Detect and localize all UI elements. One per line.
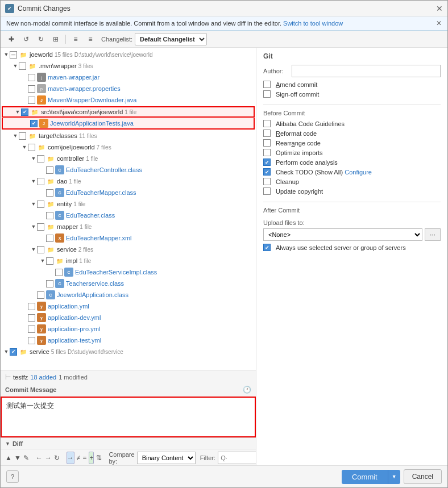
tree-target-classes[interactable]: ▼ 📁 target\classes 11 files	[1, 130, 256, 141]
checkbox-dao[interactable]	[37, 178, 44, 185]
tree-src-test[interactable]: ▼ ✔ 📁 src\test\java\com\joe\joeworld 1 f…	[2, 106, 255, 118]
checkbox-jar[interactable]	[28, 74, 35, 81]
upload-dropdown[interactable]: <None>	[263, 228, 422, 241]
tree-maven-wrapper-props[interactable]: p maven-wrapper.properties	[1, 83, 256, 94]
checkbox-entity-class[interactable]	[46, 212, 53, 219]
tree-maven-wrapper-jar[interactable]: j maven-wrapper.jar	[1, 72, 256, 83]
checkbox-entity[interactable]	[37, 201, 44, 208]
checkbox-impl-class[interactable]	[55, 269, 63, 276]
checkbox-src-test[interactable]: ✔	[21, 109, 28, 116]
tree-dao[interactable]: ▼ 📁 dao 1 file	[1, 176, 256, 187]
update-copyright-checkbox[interactable]	[263, 187, 271, 195]
diff-edit-button[interactable]: ✎	[23, 452, 29, 464]
diff-header[interactable]: ▼ Diff	[1, 437, 256, 449]
tree-app-dev-yml[interactable]: y application-dev.yml	[1, 312, 256, 323]
info-bar-close-button[interactable]: ✕	[436, 19, 442, 27]
tree-app-pro-yml[interactable]: y application-pro.yml	[1, 323, 256, 335]
group-button[interactable]: ⊞	[49, 33, 62, 45]
checkbox-service-root[interactable]: ✔	[10, 348, 17, 356]
checkbox-comtroller[interactable]	[37, 155, 44, 162]
always-use-checkbox[interactable]: ✔	[263, 244, 271, 251]
tree-service-root[interactable]: ▼ ✔ 📁 service 5 files D:\study\world\ser…	[1, 346, 256, 357]
checkbox-target[interactable]	[19, 132, 26, 140]
commit-message-input[interactable]: 测试第一次提交 <span style="color:red">这里写备注</s…	[2, 398, 255, 435]
tree-app-test-yml[interactable]: y application-test.yml	[1, 335, 256, 346]
checkbox-pro-yml[interactable]	[28, 326, 35, 333]
diff-eq-button[interactable]: =	[82, 452, 86, 464]
tree-service-folder[interactable]: ▼ 📁 service 2 files	[1, 244, 256, 255]
tree-root-joeworld[interactable]: ▼ ─ 📁 joeworld 15 files D:\study\world\s…	[1, 49, 256, 60]
refresh-button[interactable]: ↻	[35, 33, 47, 45]
undo-button[interactable]: ↺	[20, 33, 32, 45]
changelist-dropdown[interactable]: Default Changelist	[135, 33, 207, 45]
tree-com-joe[interactable]: ▼ 📁 com\joe\joeworld 7 files	[1, 141, 256, 153]
checkbox-app[interactable]	[37, 291, 44, 299]
tree-comtroller[interactable]: ▼ 📁 comtroller 1 file	[1, 153, 256, 164]
tree-mvn-wrapper[interactable]: ▼ 📁 .mvn\wrapper 3 files	[1, 60, 256, 72]
checkbox-mapper-class[interactable]	[46, 189, 53, 197]
checkbox-ctrl[interactable]	[46, 166, 53, 174]
reformat-checkbox[interactable]	[263, 130, 271, 137]
switch-tool-window-link[interactable]: Switch to tool window	[283, 20, 343, 27]
diff-neq-button[interactable]: ≠	[77, 452, 81, 464]
checkbox-dev-yml[interactable]	[28, 314, 35, 322]
checkbox-mapper-folder[interactable]	[37, 223, 44, 231]
diff-forward-button[interactable]: →	[45, 452, 52, 464]
rearrange-checkbox[interactable]	[263, 139, 271, 147]
close-button[interactable]: ✕	[436, 4, 443, 13]
diff-plus-button[interactable]: +	[89, 452, 94, 464]
tree-edu-teacher-class[interactable]: C EduTeacher.class	[1, 210, 256, 221]
diff-up-button[interactable]: ▲	[5, 452, 12, 464]
tree-edu-teacher-ctrl[interactable]: C EduTeacherController.class	[1, 164, 256, 176]
cancel-button[interactable]: Cancel	[404, 469, 442, 484]
checkbox-com-joe[interactable]	[28, 144, 35, 151]
filter-input[interactable]	[218, 452, 256, 464]
file-tree[interactable]: ▼ ─ 📁 joeworld 15 files D:\study\world\s…	[1, 48, 256, 370]
expand-button[interactable]: ≡	[69, 33, 82, 45]
checkbox-tests[interactable]: ✔	[30, 120, 38, 127]
cleanup-checkbox[interactable]	[263, 178, 271, 185]
tree-joeworld-tests[interactable]: ✔ J JoeworldApplicationTests.java	[2, 118, 255, 130]
tree-joeworld-app[interactable]: C JoeworldApplication.class	[1, 289, 256, 301]
tree-edu-mapper-xml[interactable]: X EduTeacherMapper.xml	[1, 232, 256, 244]
checkbox-props[interactable]	[28, 85, 35, 93]
checkbox-joeworld[interactable]: ─	[10, 51, 17, 59]
checkbox-teacherservice[interactable]	[46, 280, 53, 287]
author-input[interactable]	[292, 65, 441, 77]
tree-edu-mapper-class[interactable]: C EduTeacherMapper.class	[1, 187, 256, 198]
tree-mapper-folder[interactable]: ▼ 📁 mapper 1 file	[1, 221, 256, 232]
check-todo-checkbox[interactable]: ✔	[263, 168, 271, 176]
upload-browse-button[interactable]: ···	[425, 228, 441, 241]
diff-down-button[interactable]: ▼	[14, 452, 21, 464]
checkbox-test-yml[interactable]	[28, 337, 35, 344]
checkbox-downloader[interactable]	[28, 97, 35, 104]
help-button[interactable]: ?	[6, 470, 19, 483]
diff-sort-button[interactable]: ⇅	[96, 452, 102, 464]
amend-commit-checkbox[interactable]	[263, 81, 271, 88]
tree-entity[interactable]: ▼ 📁 entity 1 file	[1, 198, 256, 210]
diff-back-button[interactable]: ←	[36, 452, 43, 464]
tree-teacherservice[interactable]: C Teacherservice.class	[1, 278, 256, 289]
tree-edu-service-impl[interactable]: C EduTeacherServiceImpl.class	[1, 266, 256, 278]
tree-app-yml[interactable]: y application.yml	[1, 301, 256, 312]
commit-message-history-icon[interactable]: 🕐	[243, 386, 251, 394]
commit-button[interactable]: Commit	[342, 470, 388, 484]
checkbox-impl[interactable]	[46, 257, 53, 265]
commit-dropdown-button[interactable]: ▼	[388, 470, 400, 484]
perform-checkbox[interactable]: ✔	[263, 159, 271, 166]
configure-link[interactable]: Configure	[345, 169, 372, 176]
tree-maven-wrapper-downloader[interactable]: J MavenWrapperDownloader.java	[1, 94, 256, 106]
checkbox-mvn[interactable]	[19, 62, 26, 70]
checkbox-xml[interactable]	[46, 235, 53, 242]
add-button[interactable]: ✚	[5, 33, 18, 45]
optimize-checkbox[interactable]	[263, 149, 271, 156]
tree-impl[interactable]: ▼ 📁 impl 1 file	[1, 255, 256, 266]
alibaba-checkbox[interactable]	[263, 120, 271, 127]
checkbox-service-folder[interactable]	[37, 246, 44, 253]
compare-dropdown[interactable]: Binary Content	[137, 452, 196, 464]
sign-off-checkbox[interactable]	[263, 90, 271, 98]
checkbox-app-yml[interactable]	[28, 303, 35, 310]
diff-reload-button[interactable]: ↻	[54, 452, 60, 464]
collapse-button[interactable]: ≡	[84, 33, 97, 45]
diff-arrow-button[interactable]: →	[67, 452, 74, 464]
